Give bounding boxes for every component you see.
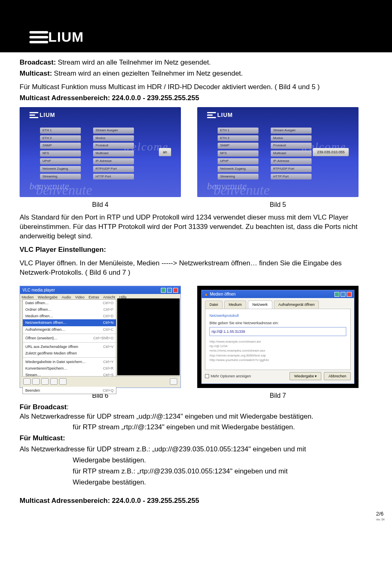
menu-item: NFS: [40, 150, 81, 157]
menu-item: UPnP: [218, 158, 258, 164]
menu-item[interactable]: Konvertieren/Speichern…Ctrl+R: [23, 365, 116, 372]
multicast-udp-2: Wiedergabe bestätigen.: [73, 456, 372, 465]
caption-bild7: Bild 7: [197, 391, 359, 400]
body-vlc-open: VLC Player öffnen. In der Menüleiste, Me…: [20, 259, 372, 278]
menu-item: Protokoll: [93, 143, 134, 149]
broadcast-label: Broadcast:: [20, 58, 56, 66]
menu-item: Stream Ausgan: [271, 128, 312, 134]
dialog-tab[interactable]: Datei: [205, 300, 223, 308]
highlight-4: an: [159, 148, 171, 156]
menu-item: HTTP Port: [271, 174, 312, 180]
menu-item[interactable]: Ordner öffnen…Ctrl+F: [23, 306, 116, 313]
dialog-label: Bitte geben Sie eine Netzwerkadresse ein…: [209, 321, 346, 325]
screenshot-row-2: VLC media player MedienWiedergabeAudioVi…: [20, 286, 372, 388]
cancel-button[interactable]: Abbrechen: [324, 372, 351, 380]
menu-item: RTP/UDP Port: [93, 166, 134, 172]
menu-item: Netzwerk Zugang: [218, 166, 258, 172]
screenshot-bild4: LIUM welcome ETH 1ETH 2SNMPNFSUPnPNetzwe…: [20, 107, 181, 197]
multicast-range: Multicast Adressenbereich: 224.0.0.0 - 2…: [20, 94, 372, 103]
page-number: 2/6 rev. 04: [376, 510, 385, 521]
vlc-controls: [21, 376, 180, 387]
menu-item: NFS: [218, 150, 258, 157]
multicast-note: Für Multicast Funktion muss Multicast im…: [20, 83, 372, 92]
menu-item[interactable]: Datei öffnen…Ctrl+O: [23, 300, 116, 306]
menu-item: Modus: [271, 135, 312, 141]
menu-item[interactable]: URL aus Zwischenablage öffnenCtrl+V: [23, 343, 116, 350]
vlc-title: VLC media player: [22, 287, 55, 293]
highlight-5: 239.035.010.055: [313, 148, 349, 156]
menu-item: SNMP: [218, 143, 258, 149]
caption-row-1: Bild 4 Bild 5: [20, 200, 372, 209]
multicast-text: Stream wird an einen gezielten Teilnehme…: [52, 70, 243, 77]
menu-item: Stream Ausgan: [93, 128, 134, 134]
for-broadcast-block: Für Broadcast:: [20, 403, 372, 412]
network-address-field[interactable]: rtp://@:1.1.55:31339: [209, 327, 346, 336]
dialog-tab[interactable]: Medium: [224, 300, 246, 308]
menu-item[interactable]: Wiedergabeliste in Datei speichern…Ctrl+…: [23, 359, 116, 365]
vlc-video-area: [117, 298, 180, 375]
screenshot-bild7: ▲Medien öffnen DateiMediumNetzwerkAufnah…: [197, 286, 359, 388]
dialog-title: Medien öffnen: [210, 292, 236, 297]
more-options-checkbox[interactable]: Mehr Optionen anzeigen: [205, 374, 251, 379]
broadcast-heading: Für Broadcast: [20, 403, 67, 411]
menu-item: ETH 1: [40, 128, 81, 134]
menu-item: SNMP: [40, 143, 81, 149]
menu-item: ETH 2: [218, 135, 258, 141]
broadcast-text: Stream wird an alle Teilnehmer im Netz g…: [56, 58, 211, 66]
page-content: Broadcast: Stream wird an alle Teilnehme…: [0, 52, 392, 525]
menu-item[interactable]: Aufnahmegerät öffnen…Ctrl+C: [23, 326, 116, 333]
dialog-tab[interactable]: Aufnahmegerät öffnen: [274, 300, 319, 308]
multicast-heading: Für Multicast:: [20, 434, 372, 443]
broadcast-rtp: für RTP stream „rtp://@:1234" eingeben u…: [73, 423, 372, 432]
multicast-line: Multicast: Stream wird an einen gezielte…: [20, 69, 372, 78]
multicast-rtp-2: Wiedergabe bestätigen.: [73, 478, 372, 487]
broadcast-udp: Als Netzwerkadresse für UDP stream „udp:…: [20, 412, 372, 422]
dialog-tab[interactable]: Netzwerk: [248, 300, 272, 308]
play-button[interactable]: Wiedergabe ▾: [290, 372, 321, 380]
menu-item: ETH 2: [40, 135, 81, 141]
caption-bild5: Bild 5: [197, 200, 359, 209]
menu-item: Protokoll: [271, 143, 312, 149]
logo-text: LIUM: [48, 28, 84, 47]
menu-item: IP-Adresse: [93, 158, 134, 164]
dialog-examples: http://www.example.com/stream.avirtp://@…: [209, 339, 346, 362]
menu-item[interactable]: Zuletzt geöffnete Medien öffnen: [23, 350, 116, 357]
menu-item: RTP/UDP Port: [271, 166, 312, 172]
menu-item: UPnP: [40, 158, 81, 164]
screenshot-bild5: LIUM welcome ETH 1ETH 2SNMPNFSUPnPNetzwe…: [197, 107, 359, 197]
header-bar: LIUM: [0, 0, 392, 52]
menu-item: IP-Adresse: [271, 158, 312, 164]
menu-item: ETH 1: [218, 128, 258, 134]
caption-bild4: Bild 4: [20, 200, 181, 209]
menu-item: Multicast: [93, 150, 134, 157]
menu-item[interactable]: Medium öffnen…Ctrl+D: [23, 313, 116, 319]
body-port-info: Als Standard für den Port in RTP und UDP…: [20, 213, 372, 241]
dialog-tabs: DateiMediumNetzwerkAufnahmegerät öffnen: [202, 298, 354, 308]
menu-item: HTTP Port: [93, 174, 134, 180]
menu-item: Netzwerk Zugang: [40, 166, 81, 172]
screenshot-row-1: LIUM welcome ETH 1ETH 2SNMPNFSUPnPNetzwe…: [20, 107, 372, 197]
multicast-label: Multicast:: [20, 70, 52, 77]
screenshot-bild6: VLC media player MedienWiedergabeAudioVi…: [20, 286, 181, 388]
menu-item[interactable]: Öffnen (erweitert)…Ctrl+Shift+O: [23, 335, 116, 341]
multicast-range-footer: Multicast Adressenbereich: 224.0.0.0 - 2…: [20, 496, 372, 506]
multicast-udp-1: Als Netzwerkadresse für UDP stream z.B.:…: [20, 445, 372, 454]
dialog-panel: Netzwerkprotokoll Bitte geben Sie eine N…: [205, 309, 351, 370]
multicast-rtp-1: für RTP stream z.B.: „rtp://@239.035.010…: [73, 467, 372, 476]
logo: LIUM: [29, 28, 84, 47]
menu-item: Multicast: [271, 150, 312, 157]
vlc-settings-heading: VLC Player Einstellungen:: [20, 245, 372, 255]
menu-item: Streaming: [40, 174, 81, 180]
menu-item: Modus: [93, 135, 134, 141]
broadcast-line: Broadcast: Stream wird an alle Teilnehme…: [20, 58, 372, 67]
menu-item[interactable]: BeendenCtrl+Q: [23, 387, 116, 394]
menu-item[interactable]: Netzwerkstream öffnen…Ctrl+N: [23, 319, 116, 326]
menu-item: Streaming: [218, 174, 258, 180]
